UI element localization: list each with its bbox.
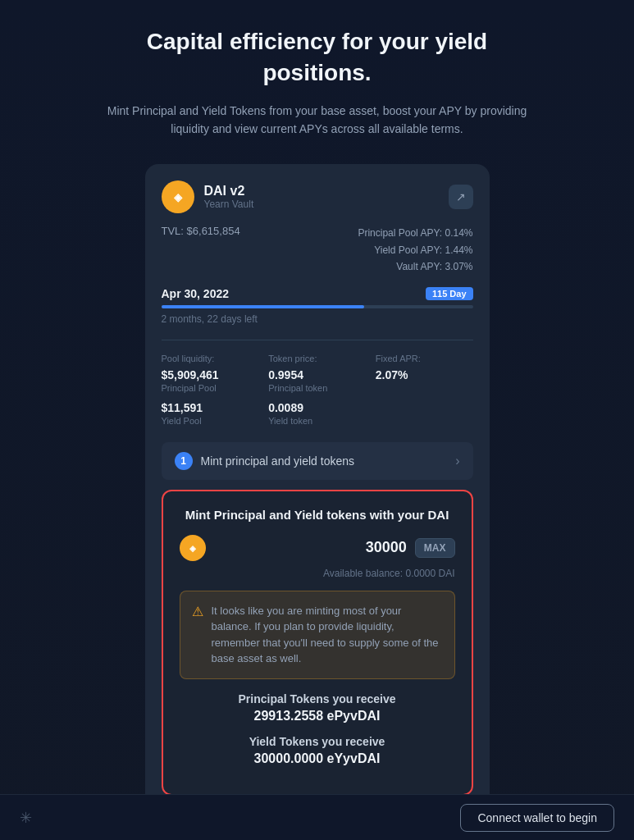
- date-row: Apr 30, 2022 115 Day: [162, 287, 473, 300]
- external-link-button[interactable]: ↗: [449, 185, 473, 209]
- fixed-apr-label: Fixed APR:: [376, 354, 473, 363]
- dai-token-icon: ◈: [162, 180, 194, 213]
- step-number: 1: [175, 452, 193, 470]
- progress-bar: [162, 305, 473, 308]
- token-price-col: Token price: 0.9954 Principal token 0.00…: [268, 354, 366, 426]
- page-title: Capital efficiency for your yield positi…: [104, 26, 531, 89]
- vault-card: ◈ DAI v2 Yearn Vault ↗ TVL: $6,615,854 P…: [145, 164, 490, 811]
- yield-receive-amount: 30000.0000 eYyvDAI: [180, 751, 455, 766]
- principal-pool-value: $5,909,461: [162, 368, 259, 381]
- page-subtitle: Mint Principal and Yield Tokens from you…: [104, 102, 531, 139]
- principal-token-price: 0.9954: [268, 368, 366, 381]
- max-button[interactable]: MAX: [415, 538, 455, 558]
- maturity-date: Apr 30, 2022: [162, 287, 230, 300]
- mint-panel-title: Mint Principal and Yield tokens with you…: [180, 508, 455, 522]
- token-input-row: ◈ MAX: [180, 535, 455, 561]
- divider: [162, 340, 473, 340]
- principal-pool-apy: Principal Pool APY: 0.14%: [358, 225, 472, 241]
- svg-text:◈: ◈: [189, 544, 197, 553]
- vault-apy: Vault APY: 3.07%: [358, 258, 472, 275]
- card-title-group: DAI v2 Yearn Vault: [204, 184, 254, 210]
- apy-group: Principal Pool APY: 0.14% Yield Pool APY…: [358, 225, 472, 275]
- dai-input-icon: ◈: [180, 535, 206, 561]
- yield-pool-label: Yield Pool: [162, 416, 259, 426]
- available-balance: Available balance: 0.0000 DAI: [180, 568, 455, 579]
- warning-text: It looks like you are minting most of yo…: [212, 603, 443, 667]
- principal-pool-label: Principal Pool: [162, 383, 259, 393]
- pool-liquidity-label: Pool liquidity:: [162, 354, 259, 363]
- external-link-icon: ↗: [456, 190, 466, 203]
- warning-icon: ⚠: [192, 604, 203, 667]
- footer-bar: ✳ Connect wallet to begin: [0, 794, 634, 840]
- connect-wallet-button[interactable]: Connect wallet to begin: [460, 804, 614, 832]
- mint-panel: Mint Principal and Yield tokens with you…: [162, 490, 473, 796]
- yield-token-price: 0.0089: [268, 401, 366, 414]
- principal-receive-title: Principal Tokens you receive: [180, 692, 455, 705]
- receive-section: Principal Tokens you receive 29913.2558 …: [180, 692, 455, 766]
- progress-bar-fill: [162, 305, 364, 308]
- day-badge: 115 Day: [426, 287, 473, 300]
- fixed-apr-col: Fixed APR: 2.07%: [376, 354, 473, 426]
- pool-liquidity-col: Pool liquidity: $5,909,461 Principal Poo…: [162, 354, 259, 426]
- principal-receive-amount: 29913.2558 ePyvDAI: [180, 709, 455, 724]
- asset-name: DAI v2: [204, 184, 254, 199]
- asset-type: Yearn Vault: [204, 199, 254, 210]
- pool-stats-grid: Pool liquidity: $5,909,461 Principal Poo…: [162, 354, 473, 426]
- token-price-label: Token price:: [268, 354, 366, 363]
- warning-box: ⚠ It looks like you are minting most of …: [180, 591, 455, 679]
- yield-token-label: Yield token: [268, 416, 366, 426]
- yield-receive-title: Yield Tokens you receive: [180, 735, 455, 748]
- card-stats: TVL: $6,615,854 Principal Pool APY: 0.14…: [162, 225, 473, 275]
- step-label: Mint principal and yield tokens: [201, 454, 355, 468]
- time-left: 2 months, 22 days left: [162, 313, 473, 325]
- page-wrapper: Capital efficiency for your yield positi…: [0, 0, 634, 840]
- yield-pool-value: $11,591: [162, 401, 259, 414]
- token-amount-input[interactable]: [214, 539, 407, 556]
- svg-text:◈: ◈: [173, 191, 183, 203]
- mint-step-bar[interactable]: 1 Mint principal and yield tokens ›: [162, 442, 473, 480]
- card-header-left: ◈ DAI v2 Yearn Vault: [162, 180, 254, 213]
- card-header: ◈ DAI v2 Yearn Vault ↗: [162, 180, 473, 213]
- chevron-right-icon: ›: [455, 454, 459, 468]
- tvl-label: TVL: $6,615,854: [162, 225, 240, 237]
- snowflake-icon: ✳: [20, 809, 32, 827]
- principal-token-label: Principal token: [268, 383, 366, 393]
- mint-step-left: 1 Mint principal and yield tokens: [175, 452, 355, 470]
- yield-pool-apy: Yield Pool APY: 1.44%: [358, 242, 472, 258]
- fixed-apr-value: 2.07%: [376, 368, 473, 381]
